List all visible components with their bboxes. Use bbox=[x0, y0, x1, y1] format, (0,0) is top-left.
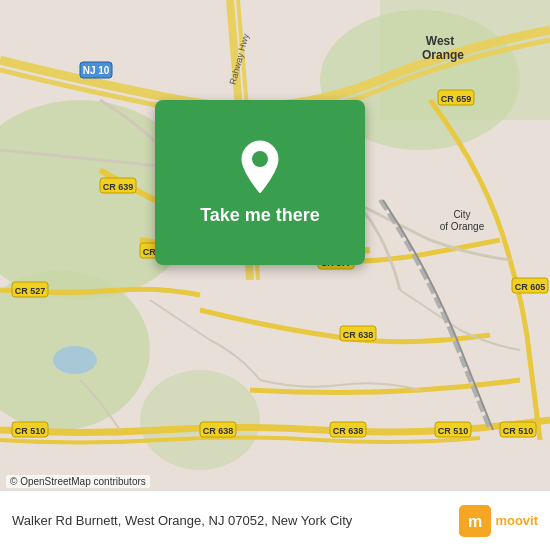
svg-text:CR 638: CR 638 bbox=[203, 426, 234, 436]
svg-text:CR 510: CR 510 bbox=[503, 426, 534, 436]
svg-text:City: City bbox=[453, 209, 470, 220]
svg-point-6 bbox=[53, 346, 97, 374]
svg-text:CR 527: CR 527 bbox=[15, 286, 46, 296]
svg-text:CR 510: CR 510 bbox=[438, 426, 469, 436]
svg-text:CR 605: CR 605 bbox=[515, 282, 546, 292]
svg-text:of Orange: of Orange bbox=[440, 221, 485, 232]
svg-point-5 bbox=[140, 370, 260, 470]
svg-text:West: West bbox=[426, 34, 454, 48]
svg-text:m: m bbox=[468, 513, 482, 530]
location-pin-icon bbox=[236, 139, 284, 195]
svg-text:CR 659: CR 659 bbox=[441, 94, 472, 104]
info-bar: Walker Rd Burnett, West Orange, NJ 07052… bbox=[0, 490, 550, 550]
moovit-icon: m bbox=[459, 505, 491, 537]
take-me-there-button[interactable]: Take me there bbox=[200, 205, 320, 226]
svg-text:CR 510: CR 510 bbox=[15, 426, 46, 436]
moovit-logo: m moovit bbox=[459, 505, 538, 537]
moovit-label: moovit bbox=[495, 513, 538, 528]
map-container: NJ 10 CR 639 CR 508 CR 577 CR 527 CR 510… bbox=[0, 0, 550, 490]
location-card[interactable]: Take me there bbox=[155, 100, 365, 265]
address-line: Walker Rd Burnett, West Orange, NJ 07052… bbox=[12, 513, 268, 528]
svg-text:Orange: Orange bbox=[422, 48, 464, 62]
svg-text:CR 639: CR 639 bbox=[103, 182, 134, 192]
svg-point-38 bbox=[252, 151, 268, 167]
svg-text:CR 638: CR 638 bbox=[333, 426, 364, 436]
osm-attribution: © OpenStreetMap contributors bbox=[6, 475, 150, 488]
city-name: New York City bbox=[271, 513, 352, 528]
svg-text:CR 638: CR 638 bbox=[343, 330, 374, 340]
address-text: Walker Rd Burnett, West Orange, NJ 07052… bbox=[12, 513, 459, 528]
svg-text:NJ 10: NJ 10 bbox=[83, 65, 110, 76]
